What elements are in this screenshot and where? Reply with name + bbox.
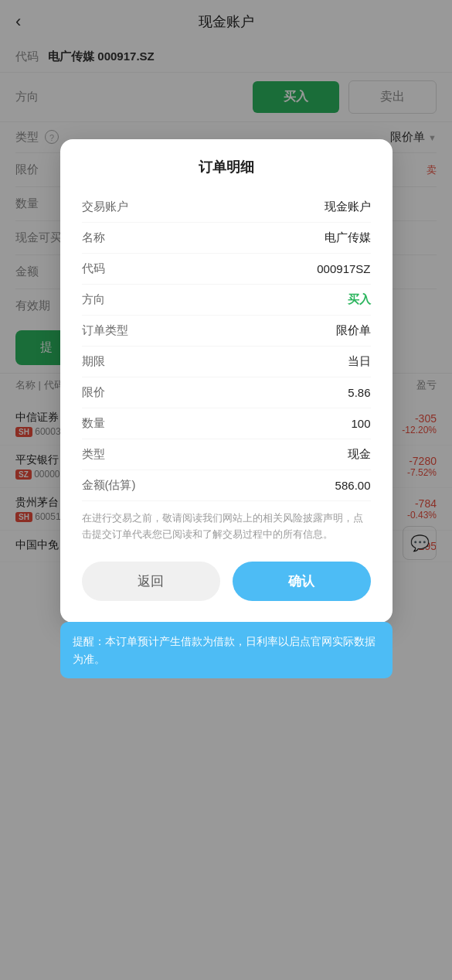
modal-value-name: 电广传媒 bbox=[325, 230, 371, 245]
modal-notice: 在进行交易之前，敬请阅读我们网站上的相关风险披露声明，点击提交订单代表您已阅读和… bbox=[82, 510, 371, 543]
modal-value-type: 现金 bbox=[348, 447, 371, 462]
modal-label-limit-price: 限价 bbox=[82, 385, 105, 400]
modal-value-limit-price: 5.86 bbox=[348, 386, 370, 399]
modal-row-amount: 金额(估算) 586.00 bbox=[82, 470, 371, 501]
modal-label-qty: 数量 bbox=[82, 416, 105, 431]
modal-value-period: 当日 bbox=[348, 354, 371, 369]
modal-row-limit-price: 限价 5.86 bbox=[82, 377, 371, 408]
modal-value-order-type: 限价单 bbox=[336, 323, 371, 338]
modal-value-qty: 100 bbox=[351, 417, 370, 430]
confirm-button[interactable]: 确认 bbox=[233, 562, 371, 601]
toast-notification: 提醒：本订单预计产生借款为借款，日利率以启点官网实际数据为准。 bbox=[60, 622, 393, 678]
modal-label-code: 代码 bbox=[82, 261, 105, 276]
modal-row-name: 名称 电广传媒 bbox=[82, 223, 371, 254]
modal-label-order-type: 订单类型 bbox=[82, 323, 128, 338]
modal-label-amount: 金额(估算) bbox=[82, 478, 136, 493]
cancel-button[interactable]: 返回 bbox=[82, 562, 220, 601]
modal-label-period: 期限 bbox=[82, 354, 105, 369]
modal-row-type: 类型 现金 bbox=[82, 439, 371, 470]
modal-label-direction: 方向 bbox=[82, 292, 105, 307]
modal-label-type: 类型 bbox=[82, 447, 105, 462]
modal-row-direction: 方向 买入 bbox=[82, 285, 371, 316]
order-detail-modal: 订单明细 交易账户 现金账户 名称 电广传媒 代码 000917SZ 方向 买入… bbox=[60, 139, 393, 623]
modal-label-account: 交易账户 bbox=[82, 200, 128, 214]
modal-value-code: 000917SZ bbox=[317, 262, 370, 275]
toast-text: 提醒：本订单预计产生借款为借款，日利率以启点官网实际数据为准。 bbox=[73, 635, 376, 664]
modal-buttons: 返回 确认 bbox=[82, 562, 371, 601]
modal-row-order-type: 订单类型 限价单 bbox=[82, 316, 371, 347]
modal-title: 订单明细 bbox=[82, 158, 371, 176]
modal-value-direction: 买入 bbox=[348, 292, 371, 307]
modal-row-account: 交易账户 现金账户 bbox=[82, 192, 371, 223]
modal-label-name: 名称 bbox=[82, 230, 105, 245]
modal-row-code: 代码 000917SZ bbox=[82, 254, 371, 285]
modal-value-account: 现金账户 bbox=[325, 200, 371, 214]
modal-value-amount: 586.00 bbox=[335, 479, 371, 492]
modal-row-period: 期限 当日 bbox=[82, 347, 371, 377]
modal-row-qty: 数量 100 bbox=[82, 408, 371, 439]
